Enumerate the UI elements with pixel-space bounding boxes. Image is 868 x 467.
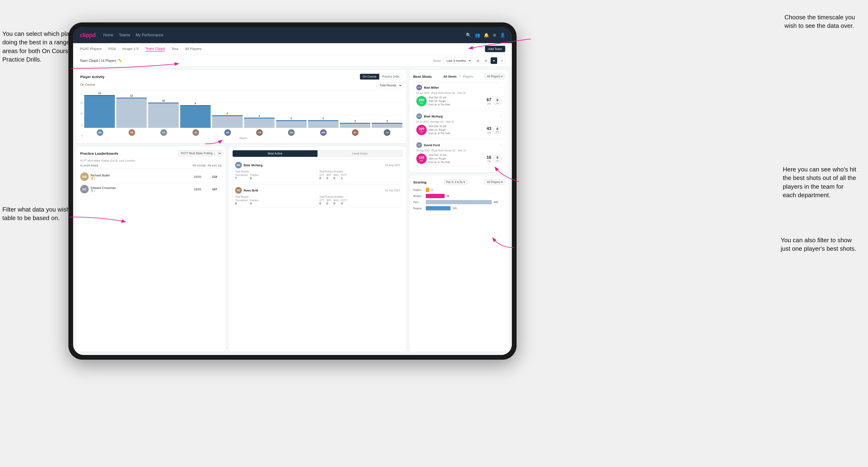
plus-circle-icon[interactable]: ⊕ [493,33,496,38]
scoring-row-eagles: Eagles 3 [413,188,505,192]
shot-zero-1: 0 yds [493,97,502,105]
sub-nav-pgat[interactable]: PGAT Players [80,47,102,51]
stat-putt-1: PUTT 1 [341,174,347,180]
nav-my-performance[interactable]: My Performance [135,33,163,37]
sub-nav: PGAT Players PGA Hcaps 1-5 Team Clippd T… [73,43,512,55]
player-avatar-2: EC [80,185,89,193]
add-team-button[interactable]: Add Team [485,46,505,52]
leaderboard-filter-select[interactable]: PUTT Must Make Putting ... [178,150,222,156]
stat-practice-2: Practice 4 [250,199,258,205]
avatar-d-ford: DF [160,129,167,136]
shot-player-name-3: David Ford [424,144,499,147]
player-info-1: Richard Butler 🏆 1 [91,174,187,180]
stat-practice-label-1: Practice 6 [250,174,258,180]
sub-nav-all-players[interactable]: All Players [185,47,202,51]
most-active-card: Most Active Least Active BM Blair McHarg… [229,147,406,352]
avatar-1: BM [85,129,115,136]
stat-practice-val-1: 6 [250,177,258,180]
stat-arg-2: ARG 0 [334,199,339,205]
chart-metric-select[interactable]: Total Rounds [377,83,402,88]
sub-nav-pga[interactable]: PGA [108,47,116,51]
course-toggle-group: On Course Practice Drills [360,73,402,80]
th-pb-score: PB SCORE [191,164,208,167]
nav-teams[interactable]: Teams [119,33,130,37]
bar-b-mcharg-bar [84,95,115,128]
player-name-2: Edward Crossman [91,186,187,190]
on-course-toggle[interactable]: On Course [360,74,379,80]
best-shots-title: Best Shots [413,74,432,79]
bell-icon[interactable]: 🔔 [484,33,489,38]
all-players-label: All Players [487,75,500,78]
stat-label-rounds-2: Total Rounds [235,195,316,198]
shot-entry-3[interactable]: DF David Ford › 24 Aug 2023 · Royal Nort… [413,139,505,166]
sub-nav-tour[interactable]: Tour [172,47,178,51]
player-activity-header: Player Activity On Course Practice Drill… [80,73,402,80]
menu-view-icon[interactable]: ≡ [499,57,505,64]
user-avatar-icon[interactable]: 👤 [500,33,505,38]
heart-view-icon[interactable]: ♥ [491,57,497,64]
list-view-icon[interactable]: ⊟ [483,57,489,64]
avatar-r-butler: RB [288,129,294,136]
players-tab[interactable]: Players [462,74,474,79]
stat-arg-val-1: 0 [334,177,339,180]
bar-e-crossman: 2 [340,90,370,128]
bar-l-robertson-bar [372,123,402,128]
shot-avatar-3: DF [416,142,422,148]
bar-blue-line10 [372,123,402,124]
stat-gtt-val-1: 0 [319,177,324,180]
time-period-select[interactable]: Last 3 months [443,58,472,64]
player-pb-1: 19/20 [189,175,206,179]
table-header: PLAYER NAME PB SCORE PB AVG SQ [80,164,222,168]
bar-m-miller: 3 [308,90,338,128]
stat-group-practice-2: Total Practice Activities GTT 0 APP [319,195,400,205]
player-avatar-1: RB [80,173,89,181]
nav-right: 🔍 👥 🔔 ⊕ 👤 [466,33,505,38]
avatar-6: GB [244,129,275,136]
active-player-card-1[interactable]: BM Blair McHarg 26 Aug 2023 Total Rounds [232,159,402,183]
scoring-label-birdies: Birdies [413,195,424,197]
stat-group-rounds-1: Total Rounds Tournament 7 Practice [235,170,316,180]
avatar-e-crossman: EC [352,129,359,136]
active-player-card-2[interactable]: RB Rees Britt 02 Sep 2023 Total Rounds T… [232,184,402,208]
bar-d-ford: 10 [148,90,179,128]
edit-icon[interactable]: ✏️ [118,59,122,63]
par-filter[interactable]: Par 3, 4 & 5s ▾ [444,179,467,185]
stats-row-1: Total Rounds Tournament 7 Practice [235,170,400,180]
player-row-2[interactable]: EC Edward Crossman 🥈 2 18/20 107 [80,183,222,195]
scoring-val-pars: 499 [494,201,502,204]
scoring-bar-area: Eagles 3 Birdies 96 Pars [413,188,505,210]
sub-nav-hcaps[interactable]: Hcaps 1-5 [122,47,138,51]
stat-app-val-1: 0 [327,177,331,180]
bar-j-coles: 9 [180,90,211,128]
nav-home[interactable]: Home [103,33,114,37]
chart-area: On Course Total Rounds 15 10 5 [80,83,402,139]
users-icon[interactable]: 👥 [475,33,480,38]
shot-entry-1[interactable]: MM Matt Miller › 09 Jun 2023 · Royal Nor… [413,82,505,109]
all-players-filter[interactable]: All Players ▾ [485,73,505,79]
bar-e-ebert: 5 [212,90,243,128]
bar-e-ebert-bar [212,115,243,128]
least-active-tab[interactable]: Least Active [317,150,402,157]
shot-info-1: Shot Dist: 67 yds Start Lie: Rough End L… [429,96,485,106]
x-axis-label: Players [84,137,402,139]
grid-view-icon[interactable]: ⊞ [474,57,481,64]
search-icon[interactable]: 🔍 [466,33,471,38]
player-info-2: Edward Crossman 🥈 2 [91,186,187,192]
practice-drills-toggle[interactable]: Practice Drills [379,74,402,80]
logo: clippd [80,32,96,38]
bar-label-j-coles: 9 [195,102,196,105]
scoring-player-filter[interactable]: All Players ▾ [485,179,505,185]
practice-title: Practice Leaderboards [80,151,118,155]
player-row-1[interactable]: RB Richard Butler 🏆 1 19/20 110 [80,170,222,183]
shot-player-name-2: Blair McHarg [424,115,499,118]
stat-putt-val-2: 0 [341,201,347,205]
shot-entry-2[interactable]: BM Blair McHarg › 23 Jul 2023 · Ashridge… [413,111,505,138]
most-active-tab[interactable]: Most Active [232,150,317,157]
active-player-header-2: RB Rees Britt 02 Sep 2023 [235,187,400,194]
bar-birdies [426,194,445,198]
sub-nav-team-clippd[interactable]: Team Clippd [145,46,165,52]
y-tick-10: 10 [80,113,83,115]
stat-putt-val-1: 1 [341,177,347,180]
scoring-player-label: All Players [487,181,500,184]
all-shots-tab[interactable]: All Shots [442,74,458,79]
